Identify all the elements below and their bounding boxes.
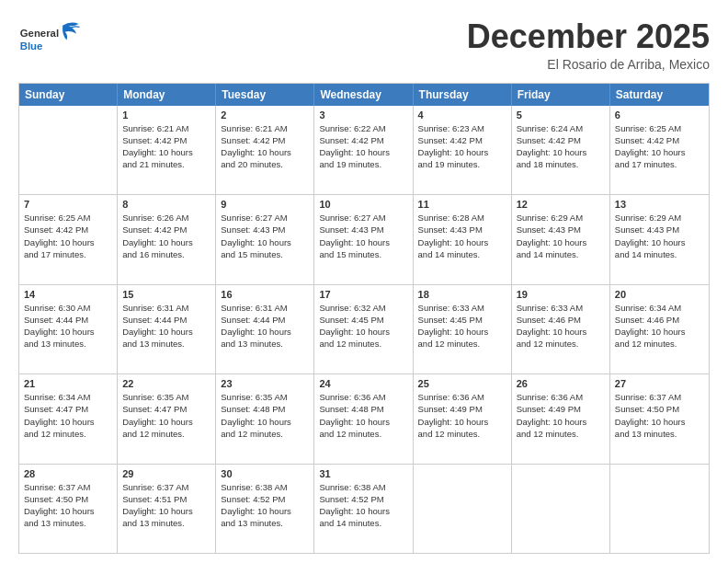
calendar-row: 14Sunrise: 6:30 AMSunset: 4:44 PMDayligh… [19, 284, 709, 373]
day-number: 24 [319, 378, 407, 389]
day-info: Sunrise: 6:36 AMSunset: 4:48 PMDaylight:… [319, 391, 407, 440]
svg-text:General: General [20, 28, 59, 39]
day-number: 3 [319, 109, 407, 121]
day-number: 4 [418, 109, 506, 121]
day-info: Sunrise: 6:33 AMSunset: 4:45 PMDaylight:… [418, 302, 506, 350]
location-subtitle: El Rosario de Arriba, Mexico [467, 57, 710, 72]
calendar-cell: 6Sunrise: 6:25 AMSunset: 4:42 PMDaylight… [610, 106, 709, 194]
calendar-cell: 20Sunrise: 6:34 AMSunset: 4:46 PMDayligh… [610, 285, 709, 373]
calendar-cell: 7Sunrise: 6:25 AMSunset: 4:42 PMDaylight… [19, 195, 118, 283]
svg-text:Blue: Blue [20, 40, 43, 52]
day-number: 1 [122, 109, 210, 121]
day-info: Sunrise: 6:32 AMSunset: 4:45 PMDaylight:… [319, 302, 407, 350]
day-number: 26 [517, 378, 605, 389]
day-number: 30 [221, 468, 309, 479]
calendar-cell: 13Sunrise: 6:29 AMSunset: 4:43 PMDayligh… [610, 195, 709, 283]
header-tuesday: Tuesday [216, 84, 314, 106]
day-number: 9 [221, 199, 309, 210]
day-number: 18 [418, 289, 506, 300]
day-number: 14 [24, 289, 112, 300]
calendar: Sunday Monday Tuesday Wednesday Thursday… [18, 83, 710, 554]
day-info: Sunrise: 6:34 AMSunset: 4:46 PMDaylight:… [615, 302, 704, 350]
day-info: Sunrise: 6:29 AMSunset: 4:43 PMDaylight:… [615, 212, 704, 260]
day-info: Sunrise: 6:34 AMSunset: 4:47 PMDaylight:… [24, 391, 112, 440]
day-number: 15 [122, 289, 210, 300]
day-number: 7 [24, 199, 112, 210]
header-thursday: Thursday [414, 84, 512, 106]
day-info: Sunrise: 6:25 AMSunset: 4:42 PMDaylight:… [615, 122, 704, 171]
calendar-row: 28Sunrise: 6:37 AMSunset: 4:50 PMDayligh… [19, 464, 709, 553]
calendar-cell: 26Sunrise: 6:36 AMSunset: 4:49 PMDayligh… [512, 374, 610, 463]
header-sunday: Sunday [19, 84, 118, 106]
day-number: 10 [319, 199, 407, 210]
calendar-cell: 17Sunrise: 6:32 AMSunset: 4:45 PMDayligh… [314, 285, 413, 373]
day-info: Sunrise: 6:37 AMSunset: 4:51 PMDaylight:… [122, 481, 210, 530]
day-info: Sunrise: 6:36 AMSunset: 4:49 PMDaylight:… [418, 391, 506, 440]
month-title: December 2025 [467, 18, 710, 55]
day-number: 12 [517, 199, 605, 210]
calendar-cell: 9Sunrise: 6:27 AMSunset: 4:43 PMDaylight… [216, 195, 314, 283]
calendar-cell: 11Sunrise: 6:28 AMSunset: 4:43 PMDayligh… [414, 195, 512, 283]
calendar-header: Sunday Monday Tuesday Wednesday Thursday… [19, 84, 709, 106]
day-info: Sunrise: 6:31 AMSunset: 4:44 PMDaylight:… [122, 302, 210, 350]
day-number: 29 [122, 468, 210, 479]
calendar-cell: 19Sunrise: 6:33 AMSunset: 4:46 PMDayligh… [512, 285, 610, 373]
day-info: Sunrise: 6:21 AMSunset: 4:42 PMDaylight:… [221, 122, 309, 171]
calendar-cell: 16Sunrise: 6:31 AMSunset: 4:44 PMDayligh… [216, 285, 314, 373]
header-friday: Friday [512, 84, 610, 106]
header-saturday: Saturday [610, 84, 709, 106]
calendar-row: 1Sunrise: 6:21 AMSunset: 4:42 PMDaylight… [19, 106, 709, 194]
header-wednesday: Wednesday [314, 84, 413, 106]
day-number: 27 [615, 378, 704, 389]
calendar-cell: 21Sunrise: 6:34 AMSunset: 4:47 PMDayligh… [19, 374, 118, 463]
calendar-cell: 2Sunrise: 6:21 AMSunset: 4:42 PMDaylight… [216, 106, 314, 194]
day-info: Sunrise: 6:35 AMSunset: 4:47 PMDaylight:… [122, 391, 210, 440]
calendar-cell: 24Sunrise: 6:36 AMSunset: 4:48 PMDayligh… [314, 374, 413, 463]
day-info: Sunrise: 6:31 AMSunset: 4:44 PMDaylight:… [221, 302, 309, 350]
calendar-cell: 18Sunrise: 6:33 AMSunset: 4:45 PMDayligh… [414, 285, 512, 373]
day-number: 8 [122, 199, 210, 210]
day-number: 20 [615, 289, 704, 300]
day-number: 21 [24, 378, 112, 389]
calendar-cell [19, 106, 118, 194]
day-number: 11 [418, 199, 506, 210]
header: General Blue December 2025 El Rosario de… [18, 18, 710, 72]
day-number: 2 [221, 109, 309, 121]
day-number: 23 [221, 378, 309, 389]
day-info: Sunrise: 6:33 AMSunset: 4:46 PMDaylight:… [517, 302, 605, 350]
calendar-cell: 23Sunrise: 6:35 AMSunset: 4:48 PMDayligh… [216, 374, 314, 463]
day-info: Sunrise: 6:22 AMSunset: 4:42 PMDaylight:… [319, 122, 407, 171]
page: General Blue December 2025 El Rosario de… [0, 0, 728, 563]
day-info: Sunrise: 6:37 AMSunset: 4:50 PMDaylight:… [615, 391, 704, 440]
day-info: Sunrise: 6:36 AMSunset: 4:49 PMDaylight:… [517, 391, 605, 440]
day-info: Sunrise: 6:28 AMSunset: 4:43 PMDaylight:… [418, 212, 506, 260]
day-info: Sunrise: 6:24 AMSunset: 4:42 PMDaylight:… [517, 122, 605, 171]
calendar-cell: 4Sunrise: 6:23 AMSunset: 4:42 PMDaylight… [414, 106, 512, 194]
calendar-cell: 12Sunrise: 6:29 AMSunset: 4:43 PMDayligh… [512, 195, 610, 283]
day-number: 13 [615, 199, 704, 210]
calendar-cell: 1Sunrise: 6:21 AMSunset: 4:42 PMDaylight… [118, 106, 216, 194]
day-info: Sunrise: 6:27 AMSunset: 4:43 PMDaylight:… [319, 212, 407, 260]
day-info: Sunrise: 6:25 AMSunset: 4:42 PMDaylight:… [24, 212, 112, 260]
calendar-cell: 25Sunrise: 6:36 AMSunset: 4:49 PMDayligh… [414, 374, 512, 463]
day-number: 28 [24, 468, 112, 479]
day-number: 16 [221, 289, 309, 300]
day-info: Sunrise: 6:21 AMSunset: 4:42 PMDaylight:… [122, 122, 210, 171]
title-block: December 2025 El Rosario de Arriba, Mexi… [467, 18, 710, 72]
calendar-cell: 27Sunrise: 6:37 AMSunset: 4:50 PMDayligh… [610, 374, 709, 463]
calendar-cell: 22Sunrise: 6:35 AMSunset: 4:47 PMDayligh… [118, 374, 216, 463]
day-number: 6 [615, 109, 704, 121]
day-number: 22 [122, 378, 210, 389]
day-number: 31 [319, 468, 407, 479]
header-monday: Monday [118, 84, 216, 106]
calendar-cell: 8Sunrise: 6:26 AMSunset: 4:42 PMDaylight… [118, 195, 216, 283]
day-info: Sunrise: 6:23 AMSunset: 4:42 PMDaylight:… [418, 122, 506, 171]
calendar-cell: 30Sunrise: 6:38 AMSunset: 4:52 PMDayligh… [216, 465, 314, 553]
calendar-cell [414, 465, 512, 553]
day-number: 25 [418, 378, 506, 389]
day-info: Sunrise: 6:38 AMSunset: 4:52 PMDaylight:… [319, 481, 407, 530]
logo-icon: General Blue [18, 18, 83, 60]
calendar-row: 7Sunrise: 6:25 AMSunset: 4:42 PMDaylight… [19, 194, 709, 283]
calendar-cell: 15Sunrise: 6:31 AMSunset: 4:44 PMDayligh… [118, 285, 216, 373]
calendar-cell: 10Sunrise: 6:27 AMSunset: 4:43 PMDayligh… [314, 195, 413, 283]
